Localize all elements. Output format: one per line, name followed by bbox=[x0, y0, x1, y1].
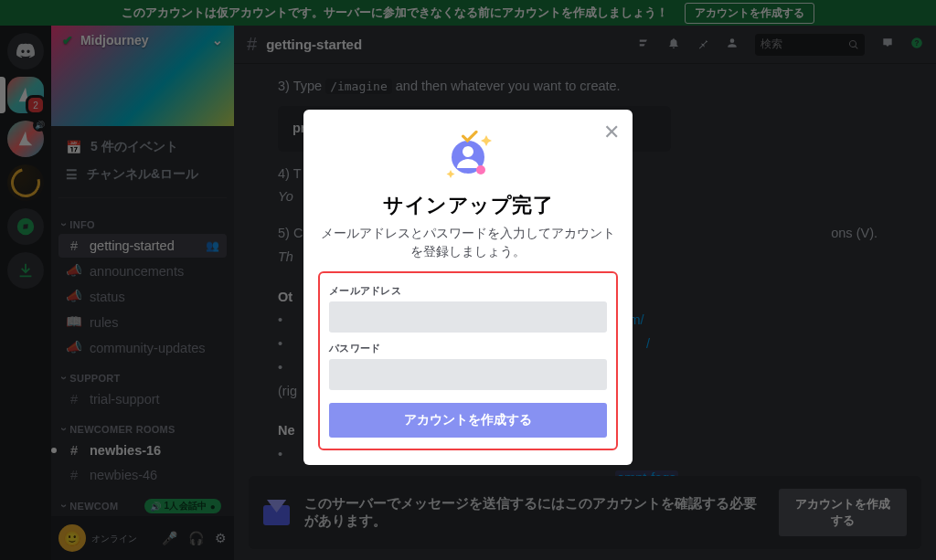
svg-point-4 bbox=[476, 165, 485, 174]
avatar-illustration bbox=[318, 130, 618, 185]
create-account-button[interactable]: アカウントを作成する bbox=[329, 403, 607, 438]
modal-subtitle: メールアドレスとパスワードを入力してアカウントを登録しましょう。 bbox=[318, 225, 618, 262]
modal-title: サインアップ完了 bbox=[318, 192, 618, 219]
password-field[interactable] bbox=[329, 359, 607, 390]
password-label: パスワード bbox=[329, 342, 607, 355]
signup-form: メールアドレス パスワード アカウントを作成する bbox=[318, 271, 618, 450]
close-icon: ✕ bbox=[603, 121, 620, 143]
modal-backdrop[interactable]: ✕ サインアップ完了 メールアドレスとパスワードを入力してアカウントを登録しまし… bbox=[0, 0, 936, 560]
close-button[interactable]: ✕ bbox=[603, 121, 620, 144]
email-field[interactable] bbox=[329, 301, 607, 333]
svg-point-3 bbox=[463, 146, 473, 157]
signup-complete-modal: ✕ サインアップ完了 メールアドレスとパスワードを入力してアカウントを登録しまし… bbox=[303, 110, 633, 465]
email-label: メールアドレス bbox=[329, 284, 607, 298]
